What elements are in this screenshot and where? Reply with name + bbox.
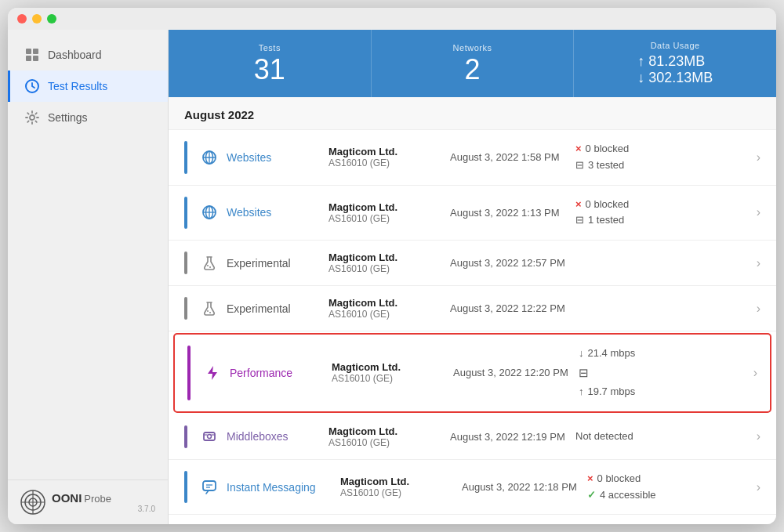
row-bar	[184, 297, 187, 320]
bolt-icon	[201, 365, 223, 381]
chevron-right-icon: ›	[757, 429, 760, 443]
result-org: Magticom Ltd. AS16010 (GE)	[328, 201, 450, 224]
row-bar	[187, 346, 191, 400]
result-type-name: Middleboxes	[227, 430, 328, 443]
result-type-name: Performance	[230, 367, 332, 379]
result-org: Magticom Ltd. AS16010 (GE)	[328, 425, 450, 448]
download-value: ↓ 302.13MB	[637, 70, 713, 86]
flask-icon	[198, 256, 220, 270]
tests-label: Tests	[259, 43, 281, 52]
tests-stat: Tests 31	[169, 30, 372, 97]
result-date: August 3, 2022 12:57 PM	[450, 257, 575, 269]
section-title: August 2022	[169, 97, 776, 130]
blocked-icon: ×	[575, 141, 582, 157]
result-stats: ↓ 21.4 mbps ⊟ ↑ 19.7 mbps	[579, 346, 753, 400]
result-org: Magticom Ltd. AS16010 (GE)	[328, 252, 450, 274]
settings-icon	[24, 110, 40, 125]
upload-arrow-icon: ↑	[579, 384, 584, 400]
middleboxes-icon	[198, 429, 220, 443]
chevron-right-icon: ›	[753, 366, 757, 380]
result-date: August 3, 2022 1:58 PM	[450, 151, 575, 163]
result-date: August 3, 2022 12:18 PM	[462, 481, 587, 493]
download-arrow-icon: ↓	[579, 346, 584, 362]
sidebar-item-test-results[interactable]: Test Results	[8, 71, 168, 102]
results-area: August 2022 Websites Magticom	[169, 97, 776, 524]
dashboard-icon	[24, 47, 40, 63]
close-button[interactable]	[17, 14, 27, 24]
main-content: Tests 31 Networks 2 Data Usage ↑ 81.23MB…	[169, 30, 776, 524]
svg-point-22	[209, 312, 211, 313]
tests-value: 31	[254, 56, 285, 84]
svg-point-5	[30, 115, 34, 120]
upload-value: ↑ 81.23MB	[637, 53, 705, 70]
app-window: Dashboard Test Results	[8, 8, 776, 524]
sidebar-footer: OONI Probe 3.7.0	[8, 480, 168, 524]
titlebar	[8, 8, 776, 30]
svg-rect-0	[26, 49, 31, 54]
chevron-right-icon: ›	[757, 150, 760, 165]
accessible-icon: ✓	[587, 487, 596, 504]
speed-icon: ⊟	[579, 364, 589, 382]
networks-value: 2	[464, 56, 480, 84]
ooni-logo-icon	[20, 490, 45, 515]
result-type-name: Experimental	[227, 302, 328, 315]
svg-rect-1	[33, 49, 38, 54]
sidebar-item-dashboard[interactable]: Dashboard	[8, 39, 168, 71]
result-org: Magticom Ltd. AS16010 (GE)	[340, 476, 462, 498]
svg-point-19	[207, 265, 209, 266]
table-row[interactable]: Websites Magticom Ltd. AS16010 (GE) Augu…	[169, 130, 776, 186]
chevron-right-icon: ›	[757, 205, 760, 219]
result-type-name: Instant Messaging	[227, 481, 340, 494]
chevron-right-icon: ›	[757, 256, 760, 270]
probe-product-text: Probe	[84, 493, 111, 505]
svg-rect-3	[33, 56, 38, 61]
svg-point-24	[208, 435, 212, 439]
result-org: Magticom Ltd. AS16010 (GE)	[328, 146, 450, 168]
svg-rect-27	[203, 481, 216, 490]
table-row[interactable]: Middleboxes Magticom Ltd. AS16010 (GE) A…	[169, 414, 776, 460]
svg-point-20	[209, 266, 211, 268]
result-date: August 3, 2022 12:19 PM	[450, 431, 575, 443]
result-type-name: Websites	[227, 151, 328, 164]
row-bar	[184, 425, 187, 448]
table-row[interactable]: Performance Magticom Ltd. AS16010 (GE) A…	[173, 333, 771, 413]
sidebar: Dashboard Test Results	[8, 30, 169, 524]
version-text: 3.7.0	[52, 505, 155, 513]
result-date: August 3, 2022 12:22 PM	[450, 302, 575, 314]
table-row[interactable]: Instant Messaging Magticom Ltd. AS16010 …	[169, 460, 776, 516]
result-org: Magticom Ltd. AS16010 (GE)	[332, 361, 453, 384]
ooni-brand-text: OONI	[52, 491, 82, 505]
tested-icon: ⊟	[575, 212, 584, 229]
settings-label: Settings	[48, 111, 88, 124]
maximize-button[interactable]	[47, 14, 56, 24]
sidebar-item-settings[interactable]: Settings	[8, 102, 168, 133]
result-type-name: Experimental	[227, 257, 328, 270]
row-bar	[184, 252, 187, 274]
result-org: Magticom Ltd. AS16010 (GE)	[328, 297, 450, 320]
stats-header: Tests 31 Networks 2 Data Usage ↑ 81.23MB…	[169, 30, 776, 97]
result-type-name: Websites	[227, 206, 328, 219]
svg-point-21	[207, 310, 209, 312]
svg-rect-2	[26, 56, 31, 61]
result-date: August 3, 2022 12:20 PM	[453, 367, 579, 378]
svg-rect-23	[204, 432, 215, 440]
test-results-label: Test Results	[48, 80, 107, 92]
chevron-right-icon: ›	[757, 302, 760, 316]
row-bar	[184, 197, 187, 230]
result-date: August 3, 2022 1:13 PM	[450, 207, 575, 219]
row-bar	[184, 471, 187, 504]
chat-icon	[198, 480, 220, 494]
dashboard-label: Dashboard	[48, 49, 102, 61]
flask-icon	[198, 302, 220, 316]
table-row[interactable]: Experimental Magticom Ltd. AS16010 (GE) …	[169, 286, 776, 331]
table-row[interactable]: Websites Magticom Ltd. AS16010 (GE) Augu…	[169, 186, 776, 241]
tested-icon: ⊟	[575, 157, 584, 174]
result-stats: Not detected	[575, 429, 757, 445]
networks-stat: Networks 2	[372, 30, 575, 97]
networks-label: Networks	[453, 43, 492, 52]
globe-icon	[198, 150, 220, 165]
blocked-icon: ×	[587, 471, 593, 487]
table-row[interactable]: Experimental Magticom Ltd. AS16010 (GE) …	[169, 241, 776, 286]
data-usage-values: ↑ 81.23MB ↓ 302.13MB	[637, 53, 713, 86]
minimize-button[interactable]	[32, 14, 42, 24]
